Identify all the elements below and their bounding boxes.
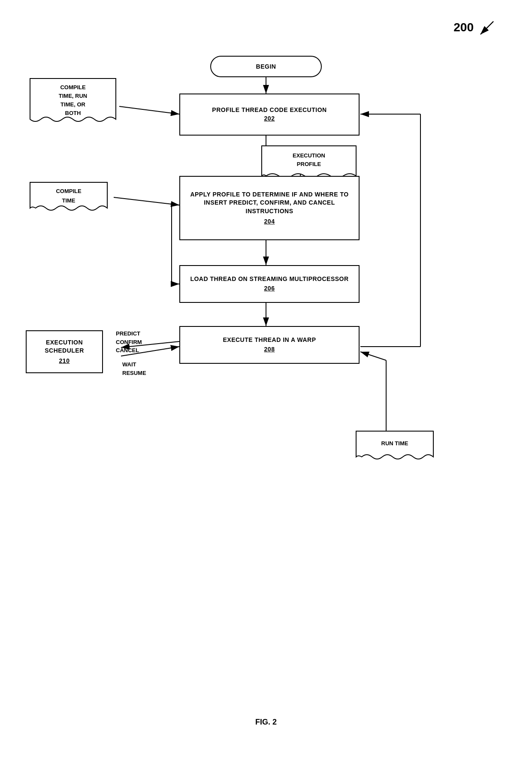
node-206-label: LOAD THREAD ON STREAMING MULTIPROCESSOR … <box>190 275 348 293</box>
node-210-label: EXECUTION SCHEDULER 210 <box>27 338 102 365</box>
svg-text:RUN TIME: RUN TIME <box>381 440 408 447</box>
node-206: LOAD THREAD ON STREAMING MULTIPROCESSOR … <box>179 265 360 303</box>
svg-text:COMPILE: COMPILE <box>56 188 82 194</box>
diagram-number-arrow <box>477 21 494 38</box>
node-204: APPLY PROFILE TO DETERMINE IF AND WHERE … <box>179 176 360 240</box>
wait-resume-label: WAIT RESUME <box>122 360 146 377</box>
diagram-number: 200 <box>453 21 494 38</box>
svg-text:TIME, OR: TIME, OR <box>60 101 85 108</box>
diagram-container: 200 BEGIN PROFILE THREAD CODE EXECUTION … <box>0 0 532 761</box>
compile-time-doc: COMPILE TIME <box>26 180 112 214</box>
svg-line-21 <box>481 21 493 34</box>
svg-text:TIME, RUN: TIME, RUN <box>59 93 87 99</box>
compile-runtime-doc: COMPILE TIME, RUN TIME, OR BOTH <box>26 76 120 128</box>
node-204-label: APPLY PROFILE TO DETERMINE IF AND WHERE … <box>180 187 359 229</box>
svg-text:EXECUTION: EXECUTION <box>293 152 325 159</box>
node-208: EXECUTE THREAD IN A WARP 208 <box>179 326 360 364</box>
svg-text:COMPILE: COMPILE <box>60 84 86 91</box>
predict-confirm-cancel-label: PREDICT CONFIRM CANCEL <box>116 329 142 355</box>
svg-text:BOTH: BOTH <box>65 110 81 116</box>
svg-line-18 <box>360 352 386 360</box>
svg-text:PROFILE: PROFILE <box>297 161 321 167</box>
node-210: EXECUTION SCHEDULER 210 <box>26 330 103 373</box>
svg-text:TIME: TIME <box>62 197 75 204</box>
node-202-label: PROFILE THREAD CODE EXECUTION 202 <box>212 106 326 123</box>
run-time-doc: RUN TIME <box>352 429 438 463</box>
node-202: PROFILE THREAD CODE EXECUTION 202 <box>179 94 360 136</box>
begin-label: BEGIN <box>256 63 276 70</box>
figure-label: FIG. 2 <box>223 718 309 727</box>
begin-node: BEGIN <box>210 56 322 77</box>
svg-line-8 <box>114 197 179 205</box>
svg-line-6 <box>119 106 179 114</box>
node-208-label: EXECUTE THREAD IN A WARP 208 <box>223 336 316 353</box>
